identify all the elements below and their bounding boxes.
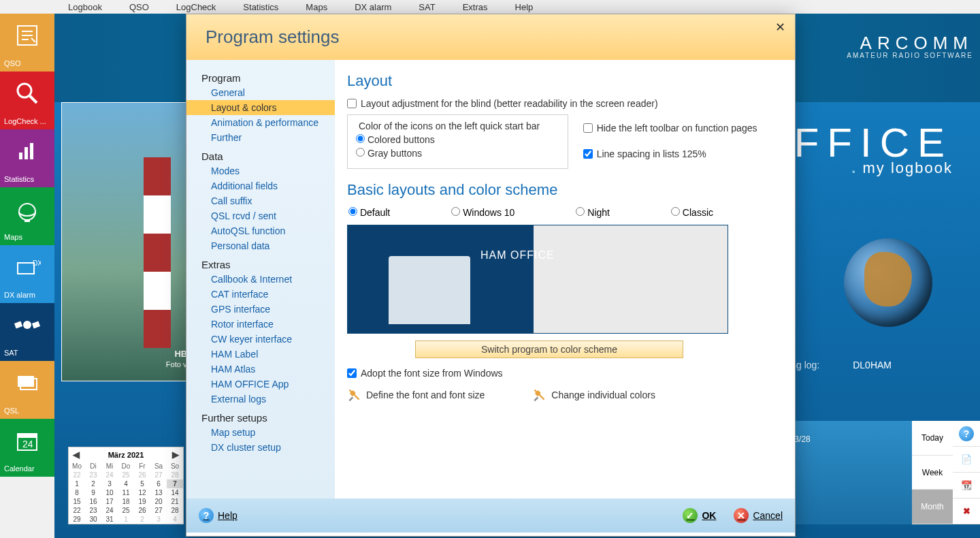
view-today[interactable]: Today [912, 421, 953, 456]
nav-item-cat-interface[interactable]: CAT interface [201, 287, 320, 302]
cal-day[interactable]: 18 [118, 497, 134, 506]
cal-day[interactable]: 8 [69, 488, 85, 497]
cal-day[interactable]: 23 [85, 471, 101, 479]
menu-logbook[interactable]: Logbook [68, 2, 102, 12]
calendar[interactable]: ◀ März 2021 ▶ MoDiMiDoFrSaSo222324252627… [68, 447, 184, 524]
cal-day[interactable]: 25 [118, 471, 134, 479]
scheme-radio-default[interactable]: Default [348, 207, 390, 218]
help-icon[interactable]: ? [953, 421, 980, 447]
cal-day[interactable]: 12 [134, 488, 150, 497]
view-month[interactable]: Month [912, 490, 953, 524]
menu-extras[interactable]: Extras [463, 2, 488, 12]
cal-day[interactable]: 6 [150, 479, 167, 488]
cal-day[interactable]: 9 [85, 488, 101, 497]
radio-gray[interactable]: Gray buttons [356, 148, 559, 159]
nav-item-autoqsl-function[interactable]: AutoQSL function [201, 223, 320, 238]
nav-item-ham-label[interactable]: HAM Label [201, 347, 320, 362]
cal-day[interactable]: 1 [69, 479, 85, 488]
link-define-font[interactable]: Define the font and font size [347, 388, 485, 402]
quickbar-sat[interactable]: SAT [0, 303, 54, 361]
date-icon[interactable]: 📆 [953, 473, 980, 499]
cal-next[interactable]: ▶ [172, 449, 179, 460]
menu-statistics[interactable]: Statistics [243, 2, 278, 12]
cal-day[interactable]: 1 [118, 515, 134, 524]
cal-day[interactable]: 21 [167, 497, 183, 506]
nav-item-gps-interface[interactable]: GPS interface [201, 302, 320, 317]
cal-day[interactable]: 7 [167, 479, 183, 488]
cal-day[interactable]: 29 [69, 515, 85, 524]
ok-button[interactable]: ✓OK [683, 508, 716, 524]
quickbar-statistics[interactable]: Statistics [0, 129, 54, 187]
cal-day[interactable]: 27 [150, 506, 167, 515]
cal-day[interactable]: 22 [69, 471, 85, 479]
cal-day[interactable]: 2 [85, 479, 101, 488]
quickbar-logcheck-[interactable]: LogCheck ... [0, 72, 54, 129]
cal-day[interactable]: 24 [101, 506, 118, 515]
chk-blind[interactable]: Layout adjustment for the blind (better … [347, 98, 783, 109]
cal-day[interactable]: 2 [134, 515, 150, 524]
nav-item-rotor-interface[interactable]: Rotor interface [201, 317, 320, 332]
nav-item-additional-fields[interactable]: Additional fields [201, 178, 320, 193]
menu-qso[interactable]: QSO [129, 2, 149, 12]
doc-icon[interactable]: 📄 [953, 447, 980, 473]
cal-day[interactable]: 26 [134, 471, 150, 479]
nav-item-external-logs[interactable]: External logs [201, 392, 320, 407]
cal-day[interactable]: 28 [167, 471, 183, 479]
chk-adopt-font[interactable]: Adopt the font size from Windows [347, 368, 783, 379]
cal-day[interactable]: 23 [85, 506, 101, 515]
cal-day[interactable]: 15 [69, 497, 85, 506]
cancel-button[interactable]: ✕Cancel [734, 508, 783, 524]
nav-item-ham-office-app[interactable]: HAM OFFICE App [201, 377, 320, 392]
cal-day[interactable]: 3 [101, 479, 118, 488]
cal-day[interactable]: 14 [167, 488, 183, 497]
scheme-radio-night[interactable]: Night [576, 207, 610, 218]
quickbar-qsl[interactable]: QSL [0, 361, 54, 419]
menu-help[interactable]: Help [515, 2, 534, 12]
cal-day[interactable]: 3 [150, 515, 167, 524]
cal-day[interactable]: 22 [69, 506, 85, 515]
cal-day[interactable]: 4 [118, 479, 134, 488]
cal-day[interactable]: 27 [150, 471, 167, 479]
cal-day[interactable]: 24 [101, 471, 118, 479]
cal-day[interactable]: 28 [167, 506, 183, 515]
radio-colored[interactable]: Colored buttons [356, 134, 559, 145]
cal-day[interactable]: 13 [150, 488, 167, 497]
menu-logcheck[interactable]: LogCheck [176, 2, 216, 12]
chk-linespacing[interactable]: Line spacing in lists 125% [583, 148, 757, 159]
nav-item-qsl-rcvd-sent[interactable]: QSL rcvd / sent [201, 208, 320, 223]
quickbar-dx-alarm[interactable]: DXDX alarm [0, 245, 54, 303]
cal-day[interactable]: 19 [134, 497, 150, 506]
cal-day[interactable]: 31 [101, 515, 118, 524]
cal-day[interactable]: 16 [85, 497, 101, 506]
nav-item-cw-keyer-interface[interactable]: CW keyer interface [201, 332, 320, 347]
cal-day[interactable]: 4 [167, 515, 183, 524]
scheme-radio-classic[interactable]: Classic [671, 207, 713, 218]
nav-item-map-setup[interactable]: Map setup [201, 425, 320, 440]
nav-item-modes[interactable]: Modes [201, 163, 320, 178]
nav-item-call-suffix[interactable]: Call suffix [201, 193, 320, 208]
nav-item-layout-colors[interactable]: Layout & colors [186, 100, 335, 115]
link-change-colors[interactable]: Change individual colors [532, 388, 655, 402]
cal-day[interactable]: 25 [118, 506, 134, 515]
cal-day[interactable]: 20 [150, 497, 167, 506]
chk-hide-toolbar[interactable]: Hide the left toolbar on function pages [583, 123, 757, 133]
menu-maps[interactable]: Maps [306, 2, 327, 12]
nav-item-general[interactable]: General [201, 85, 320, 100]
cal-day[interactable]: 10 [101, 488, 118, 497]
cal-day[interactable]: 5 [134, 479, 150, 488]
view-week[interactable]: Week [912, 456, 953, 490]
menu-dx-alarm[interactable]: DX alarm [355, 2, 391, 12]
cal-day[interactable]: 17 [101, 497, 118, 506]
cal-prev[interactable]: ◀ [73, 449, 80, 460]
nav-item-personal-data[interactable]: Personal data [201, 238, 320, 253]
quickbar-maps[interactable]: Maps [0, 187, 54, 245]
nav-item-animation-performance[interactable]: Animation & performance [201, 115, 320, 130]
quickbar-qso[interactable]: QSO [0, 14, 54, 72]
nav-item-ham-atlas[interactable]: HAM Atlas [201, 362, 320, 377]
scheme-radio-windows-10[interactable]: Windows 10 [451, 207, 514, 218]
switch-scheme-button[interactable]: Switch program to color scheme [415, 341, 683, 358]
cal-day[interactable]: 26 [134, 506, 150, 515]
nav-item-dx-cluster-setup[interactable]: DX cluster setup [201, 440, 320, 455]
nav-item-callbook-internet[interactable]: Callbook & Internet [201, 272, 320, 287]
cal-day[interactable]: 11 [118, 488, 134, 497]
